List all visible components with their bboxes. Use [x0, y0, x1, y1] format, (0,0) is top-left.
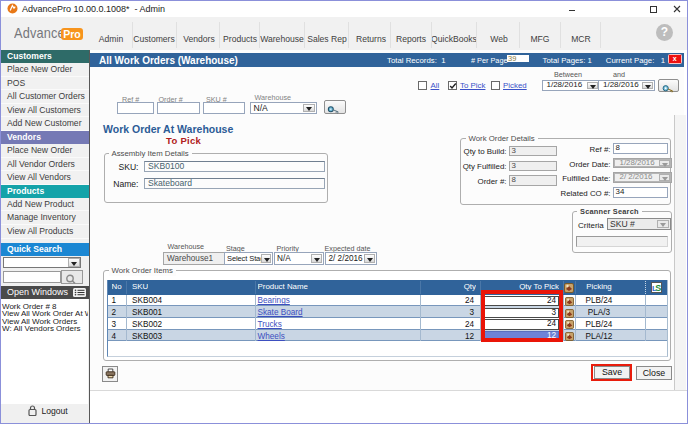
svg-text:S: S [655, 283, 661, 293]
